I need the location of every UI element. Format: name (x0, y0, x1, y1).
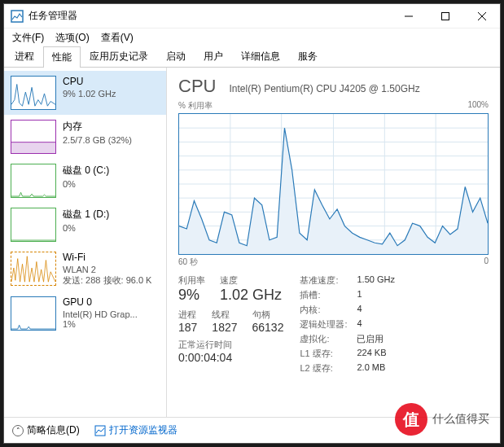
main-panel: CPU Intel(R) Pentium(R) CPU J4205 @ 1.50… (167, 68, 500, 417)
sockets-value: 1 (357, 289, 362, 301)
sidebar-item-wifi[interactable]: Wi-FiWLAN 2发送: 288 接收: 96.0 K (4, 247, 166, 291)
titlebar: 任务管理器 (4, 4, 500, 28)
uptime-value: 0:00:04:04 (178, 351, 283, 364)
menu-options[interactable]: 选项(O) (50, 29, 94, 46)
tab-details[interactable]: 详细信息 (232, 46, 289, 67)
base-speed-label: 基准速度: (300, 274, 357, 287)
memory-thumbnail (11, 120, 56, 154)
base-speed-value: 1.50 GHz (357, 274, 394, 287)
util-value: 9% (178, 287, 205, 304)
content-area: CPU9% 1.02 GHz 内存2.5/7.8 GB (32%) 磁盘 0 (… (4, 68, 500, 417)
tab-app-history[interactable]: 应用历史记录 (81, 46, 157, 67)
open-resource-monitor-link[interactable]: 打开资源监视器 (94, 423, 177, 437)
tab-bar: 进程 性能 应用历史记录 启动 用户 详细信息 服务 (4, 46, 500, 68)
maximize-button[interactable] (427, 4, 463, 28)
l1-cache-label: L1 缓存: (300, 348, 357, 360)
logical-proc-label: 逻辑处理器: (300, 318, 357, 331)
menu-view[interactable]: 查看(V) (96, 29, 138, 46)
sidebar-label: GPU 0 (63, 296, 138, 308)
tab-startup[interactable]: 启动 (157, 46, 195, 67)
footer: ˄ 简略信息(D) 打开资源监视器 (4, 417, 500, 443)
y-axis-label: % 利用率 (178, 100, 213, 112)
x-axis-left: 60 秒 (178, 256, 198, 268)
tab-performance[interactable]: 性能 (43, 46, 81, 68)
disk-thumbnail (11, 164, 56, 198)
l2-cache-label: L2 缓存: (300, 362, 357, 375)
cores-label: 内核: (300, 304, 357, 316)
processes-value: 187 (178, 321, 197, 334)
cores-value: 4 (357, 304, 362, 316)
virtualization-label: 虚拟化: (300, 333, 357, 345)
tab-services[interactable]: 服务 (289, 46, 327, 67)
window-title: 任务管理器 (28, 9, 390, 23)
sidebar-label: CPU (63, 76, 116, 87)
y-axis-max: 100% (467, 100, 489, 112)
sidebar: CPU9% 1.02 GHz 内存2.5/7.8 GB (32%) 磁盘 0 (… (4, 68, 167, 417)
sidebar-item-memory[interactable]: 内存2.5/7.8 GB (32%) (4, 115, 166, 159)
tab-users[interactable]: 用户 (195, 46, 232, 67)
fewer-details-button[interactable]: ˄ 简略信息(D) (12, 423, 80, 437)
sidebar-item-gpu0[interactable]: GPU 0Intel(R) HD Grap...1% (4, 291, 166, 335)
l1-cache-value: 224 KB (357, 348, 386, 360)
menubar: 文件(F) 选项(O) 查看(V) (4, 28, 500, 46)
x-axis-right: 0 (484, 256, 489, 268)
handles-label: 句柄 (252, 309, 284, 321)
wifi-thumbnail (11, 252, 56, 286)
chevron-up-icon: ˄ (12, 425, 24, 436)
tab-processes[interactable]: 进程 (6, 46, 43, 67)
minimize-button[interactable] (390, 4, 427, 28)
stats-panel: 利用率9% 速度1.02 GHz 进程187 线程1827 句柄66132 正常… (178, 274, 489, 375)
processes-label: 进程 (178, 309, 197, 321)
svg-rect-5 (11, 142, 55, 153)
uptime-label: 正常运行时间 (178, 339, 283, 351)
sidebar-item-disk1[interactable]: 磁盘 1 (D:)0% (4, 203, 166, 247)
disk-thumbnail (11, 208, 56, 242)
util-label: 利用率 (178, 274, 205, 287)
speed-value: 1.02 GHz (220, 287, 282, 304)
menu-file[interactable]: 文件(F) (7, 29, 49, 46)
close-button[interactable] (463, 4, 500, 28)
sidebar-label: 内存 (63, 120, 132, 134)
threads-label: 线程 (212, 309, 237, 321)
cpu-utilization-chart[interactable] (178, 113, 489, 255)
cpu-model: Intel(R) Pentium(R) CPU J4205 @ 1.50GHz (229, 83, 419, 94)
sidebar-label: Wi-Fi (63, 252, 151, 263)
window-controls (390, 4, 500, 28)
logical-proc-value: 4 (357, 318, 362, 331)
sidebar-item-cpu[interactable]: CPU9% 1.02 GHz (4, 71, 166, 115)
cpu-thumbnail (11, 76, 56, 110)
task-manager-window: 任务管理器 文件(F) 选项(O) 查看(V) 进程 性能 应用历史记录 启动 … (3, 3, 501, 444)
threads-value: 1827 (212, 321, 237, 334)
app-icon (11, 10, 24, 23)
sidebar-item-disk0[interactable]: 磁盘 0 (C:)0% (4, 159, 166, 203)
virtualization-value: 已启用 (357, 333, 383, 345)
sidebar-label: 磁盘 1 (D:) (63, 208, 109, 221)
svg-rect-2 (441, 12, 449, 20)
sidebar-label: 磁盘 0 (C:) (63, 164, 109, 177)
handles-value: 66132 (252, 321, 284, 334)
sockets-label: 插槽: (300, 289, 357, 301)
resmon-icon (94, 425, 106, 436)
main-title: CPU (178, 76, 216, 97)
speed-label: 速度 (220, 274, 282, 287)
l2-cache-value: 2.0 MB (357, 362, 385, 375)
gpu-thumbnail (11, 296, 56, 331)
